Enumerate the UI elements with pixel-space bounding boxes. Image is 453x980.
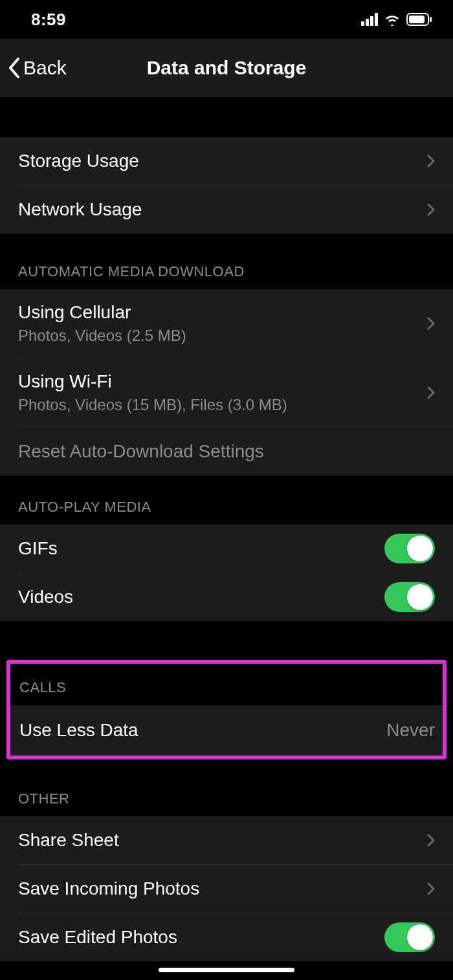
- chevron-right-icon: [427, 834, 435, 847]
- using-wifi-label: Using Wi-Fi: [18, 371, 421, 392]
- save-edited-row: Save Edited Photos: [0, 913, 453, 961]
- using-cellular-row[interactable]: Using Cellular Photos, Videos (2.5 MB): [0, 289, 453, 358]
- chevron-right-icon: [427, 882, 435, 895]
- back-button[interactable]: Back: [0, 56, 67, 80]
- home-indicator[interactable]: [159, 968, 294, 972]
- back-label: Back: [23, 57, 67, 79]
- cellular-icon: [361, 13, 378, 26]
- reset-auto-download-label: Reset Auto-Download Settings: [18, 441, 435, 462]
- gifs-label: GIFs: [18, 538, 384, 559]
- auto-download-section: Using Cellular Photos, Videos (2.5 MB) U…: [0, 289, 453, 475]
- chevron-right-icon: [427, 386, 435, 399]
- save-edited-toggle[interactable]: [384, 922, 435, 952]
- chevron-right-icon: [427, 317, 435, 330]
- calls-header: CALLS: [10, 664, 443, 705]
- chevron-left-icon: [6, 56, 21, 80]
- chevron-right-icon: [427, 203, 435, 216]
- autoplay-section: GIFs Videos: [0, 525, 453, 621]
- wifi-icon: [383, 13, 401, 26]
- save-incoming-row[interactable]: Save Incoming Photos: [0, 865, 453, 913]
- svg-rect-2: [430, 17, 432, 22]
- battery-icon: [406, 13, 432, 26]
- use-less-data-row[interactable]: Use Less Data Never: [10, 705, 443, 756]
- calls-highlight: CALLS Use Less Data Never: [6, 660, 447, 759]
- using-wifi-row[interactable]: Using Wi-Fi Photos, Videos (15 MB), File…: [0, 358, 453, 427]
- chevron-right-icon: [427, 155, 435, 168]
- status-bar: 8:59: [0, 0, 453, 39]
- other-header: OTHER: [0, 759, 453, 816]
- spacer: [0, 97, 453, 137]
- gifs-toggle[interactable]: [384, 534, 435, 563]
- save-incoming-label: Save Incoming Photos: [18, 878, 421, 899]
- status-time: 8:59: [31, 10, 66, 30]
- auto-download-header: AUTOMATIC MEDIA DOWNLOAD: [0, 234, 453, 289]
- share-sheet-row[interactable]: Share Sheet: [0, 816, 453, 864]
- storage-usage-label: Storage Usage: [18, 151, 421, 171]
- gifs-row: GIFs: [0, 525, 453, 572]
- using-wifi-sub: Photos, Videos (15 MB), Files (3.0 MB): [18, 396, 421, 414]
- status-indicators: [361, 13, 432, 26]
- videos-toggle[interactable]: [384, 582, 435, 612]
- network-usage-label: Network Usage: [18, 199, 421, 220]
- using-cellular-label: Using Cellular: [18, 302, 421, 323]
- usage-section: Storage Usage Network Usage: [0, 137, 453, 234]
- use-less-data-label: Use Less Data: [19, 720, 386, 741]
- spacer: [0, 621, 453, 660]
- using-cellular-sub: Photos, Videos (2.5 MB): [18, 327, 421, 345]
- share-sheet-label: Share Sheet: [18, 830, 421, 851]
- save-edited-label: Save Edited Photos: [18, 927, 384, 948]
- storage-usage-row[interactable]: Storage Usage: [0, 137, 453, 185]
- videos-label: Videos: [18, 587, 384, 607]
- nav-bar: Back Data and Storage: [0, 39, 453, 97]
- network-usage-row[interactable]: Network Usage: [0, 186, 453, 234]
- use-less-data-value: Never: [386, 720, 435, 741]
- videos-row: Videos: [0, 573, 453, 621]
- svg-rect-1: [409, 16, 425, 23]
- other-section: Share Sheet Save Incoming Photos Save Ed…: [0, 816, 453, 961]
- page-title: Data and Storage: [0, 57, 453, 79]
- autoplay-header: AUTO-PLAY MEDIA: [0, 475, 453, 525]
- reset-auto-download-row[interactable]: Reset Auto-Download Settings: [0, 428, 453, 475]
